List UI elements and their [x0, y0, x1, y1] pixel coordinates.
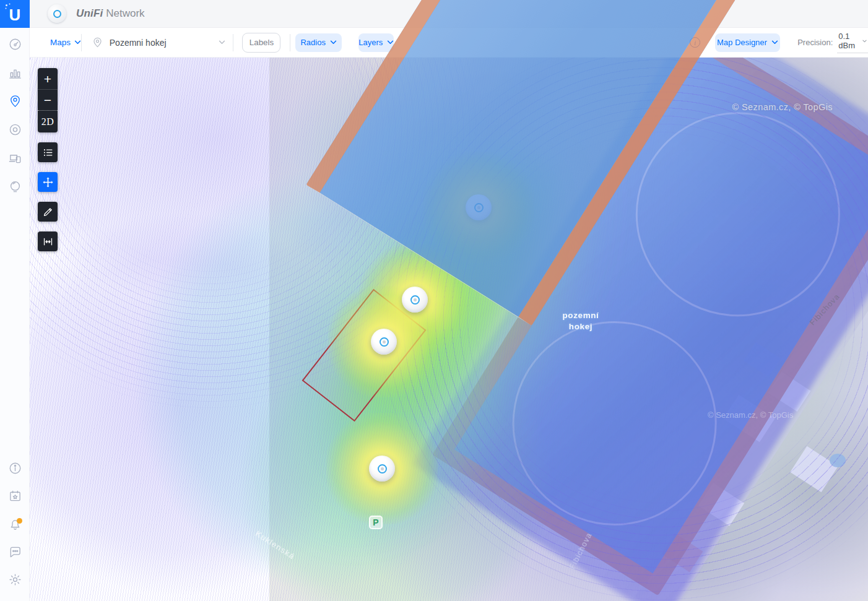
ap-center-dot	[414, 298, 417, 301]
map-attribution: © Seznam.cz, © TopGis	[732, 102, 833, 112]
sidebar-bottom-group	[0, 456, 29, 601]
toolbar-divider	[290, 34, 290, 51]
labels-button-label: Labels	[250, 38, 274, 47]
precision-label: Precision:	[797, 38, 833, 47]
precision-group: Precision: 0.1 dBm	[797, 32, 868, 53]
chat-icon	[8, 545, 22, 561]
sidebar-item-devices[interactable]	[0, 116, 30, 145]
sidebar-item-coverage-map[interactable]	[0, 88, 30, 116]
chevron-down-icon	[771, 40, 778, 45]
notification-badge	[17, 518, 22, 524]
bulb-icon	[8, 179, 22, 196]
radios-dropdown-button[interactable]: Radios	[295, 33, 342, 52]
sidebar-item-insights[interactable]	[0, 173, 30, 202]
map-toolbar: Maps Pozemni hokej Labels Radios Layers …	[30, 28, 868, 58]
map-pin-icon	[8, 94, 22, 111]
ap-center-dot	[383, 340, 386, 344]
precision-select[interactable]: 0.1 dBm	[837, 32, 868, 53]
app-sidebar	[0, 28, 30, 601]
pencil-icon	[42, 206, 54, 218]
ap-ring-icon	[380, 337, 389, 347]
sidebar-item-notifications[interactable]	[0, 511, 30, 539]
precision-value: 0.1 dBm	[838, 32, 857, 50]
sidebar-item-chat[interactable]	[0, 539, 30, 567]
logo-letter: U	[9, 7, 21, 23]
clients-icon	[8, 151, 22, 168]
map-selector[interactable]: Pozemni hokej	[92, 32, 225, 53]
sidebar-item-dashboard[interactable]	[0, 31, 30, 59]
calendar-star-icon	[8, 489, 22, 506]
sidebar-item-events[interactable]	[0, 483, 30, 511]
map-pin-icon	[92, 37, 103, 48]
brand-name: UniFi	[76, 7, 103, 19]
info-icon	[8, 461, 22, 478]
chevron-down-icon	[862, 39, 867, 43]
chevron-down-icon	[74, 40, 81, 45]
view-mode-2d-button[interactable]: 2D	[38, 110, 58, 132]
access-point-ap-4[interactable]	[369, 456, 395, 482]
measure-icon	[42, 236, 54, 248]
toolbar-divider	[81, 34, 82, 51]
map-designer-dropdown-button[interactable]: Map Designer	[715, 33, 780, 52]
venue-label-line2: hokej	[544, 321, 618, 332]
maps-menu-button[interactable]: Maps	[50, 38, 81, 47]
maps-menu-label: Maps	[50, 38, 71, 47]
zoom-out-button[interactable]: −	[38, 89, 58, 110]
gear-icon	[8, 573, 22, 589]
sidebar-item-clients[interactable]	[0, 145, 30, 173]
ap-ring-icon	[378, 464, 387, 473]
radios-label: Radios	[300, 38, 325, 47]
page-title: UniFi Network	[76, 7, 145, 20]
layers-list-tool-button[interactable]	[38, 142, 58, 162]
move-tool-button[interactable]	[38, 172, 58, 192]
sidebar-top-group	[0, 28, 29, 202]
sidebar-item-statistics[interactable]	[0, 59, 30, 88]
gauge-icon	[8, 37, 22, 54]
ap-center-dot	[381, 467, 384, 470]
chevron-down-icon	[219, 40, 225, 45]
map-attribution-watermark: © Seznam.cz, © TopGis	[708, 410, 793, 420]
venue-map-label: pozemní hokej	[544, 310, 618, 332]
ap-ring	[53, 10, 61, 18]
ap-ring-icon	[410, 295, 420, 305]
access-point-ap-3[interactable]	[371, 329, 397, 355]
bar-chart-icon	[8, 66, 22, 82]
map-designer-label: Map Designer	[717, 38, 767, 47]
venue-label-line1: pozemní	[544, 310, 618, 321]
sidebar-item-info[interactable]	[0, 456, 30, 483]
signal-threshold-group: dBm i	[419, 0, 700, 293]
move-icon	[42, 176, 54, 188]
devices-icon	[8, 123, 22, 139]
toolbar-divider	[233, 34, 233, 51]
unifi-ap-logo-icon	[48, 4, 66, 23]
zoom-tool-group: + − 2D	[38, 68, 58, 132]
layers-dropdown-button[interactable]: Layers	[358, 33, 394, 52]
chevron-down-icon	[387, 40, 394, 45]
measure-tool-button[interactable]	[38, 231, 58, 251]
map-tools: + − 2D	[38, 68, 58, 251]
layers-label: Layers	[358, 38, 383, 47]
logo-sparks	[6, 4, 7, 6]
map-selector-value: Pozemni hokej	[110, 38, 167, 48]
sidebar-item-settings[interactable]	[0, 567, 30, 595]
zoom-in-button[interactable]: +	[38, 68, 58, 89]
labels-button[interactable]: Labels	[242, 33, 280, 53]
list-icon	[42, 147, 54, 158]
product-name: Network	[106, 7, 144, 19]
parking-poi-icon: P	[369, 516, 383, 529]
edit-tool-button[interactable]	[38, 202, 58, 222]
chevron-down-icon	[330, 40, 337, 45]
ubiquiti-logo[interactable]: U	[0, 0, 30, 28]
